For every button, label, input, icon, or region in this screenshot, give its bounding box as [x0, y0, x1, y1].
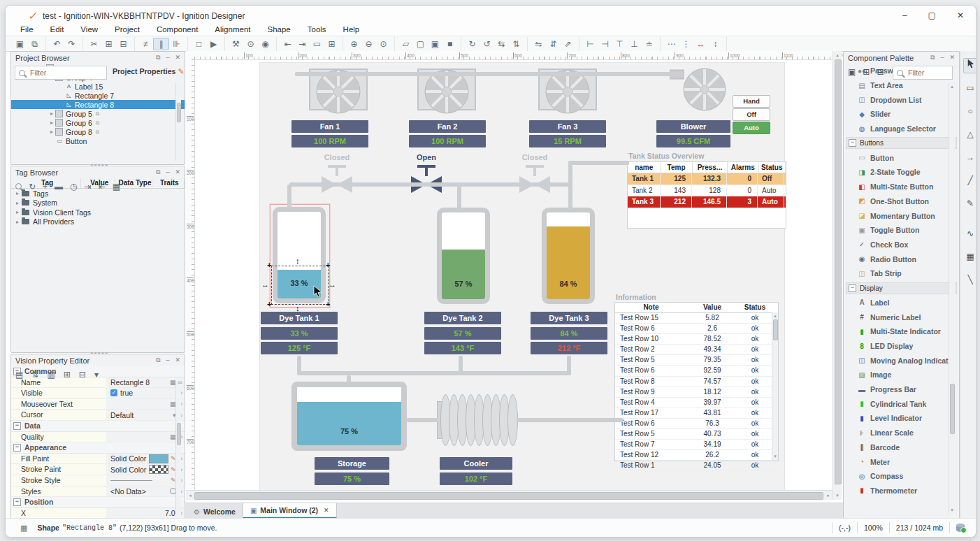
property-row-styles[interactable]: Styles<No Data>∞ [11, 486, 185, 498]
collapse-width-icon[interactable]: ⇥ [295, 38, 310, 50]
gateway-shield-icon[interactable]: ◉ [258, 38, 273, 50]
close-panel-icon[interactable]: ✕ [949, 54, 955, 62]
nudge-vertical-icon[interactable]: ⇅ [509, 38, 524, 50]
zoom-out-icon[interactable]: ⊖ [361, 38, 376, 50]
property-row-stroke-style[interactable]: Stroke Style✎∞ [11, 475, 185, 486]
dye-tank-2-label[interactable]: Dye Tank 2 [424, 312, 501, 324]
information-row[interactable]: Test Row 439.97ok [615, 398, 778, 408]
menu-project[interactable]: Project [106, 24, 148, 35]
resize-handle-w[interactable]: ↔ [261, 281, 269, 288]
palette-item-multi-state-button[interactable]: ◧Multi-State Button [844, 180, 959, 194]
hand-button[interactable]: Hand [733, 95, 770, 108]
cut-icon[interactable]: ✂ [87, 38, 101, 50]
tab-welcome[interactable]: ⚙ Welcome [187, 505, 243, 519]
off-button[interactable]: Off [733, 108, 770, 121]
scrollbar-thumb[interactable] [950, 384, 955, 434]
numeric-badge-icon[interactable]: ▥ [47, 370, 55, 380]
menu-shape[interactable]: Shape [259, 24, 298, 35]
select-arrow-tool[interactable] [963, 58, 977, 73]
anchor-icon[interactable]: ∥ [153, 38, 169, 50]
property-row-x[interactable]: X7.0∞ [11, 508, 185, 519]
connector-tool[interactable]: ∿ [963, 226, 977, 240]
bring-to-front-icon[interactable]: ■ [442, 38, 457, 50]
tank-status-row-tank-1[interactable]: Tank 1125132.30Off [628, 173, 786, 185]
copy-icon[interactable]: ⊞ [101, 38, 116, 50]
minimize-button[interactable]: – [902, 10, 907, 20]
information-row[interactable]: Test Row 1743.81ok [615, 408, 778, 419]
close-panel-icon[interactable]: ✕ [175, 356, 180, 364]
palette-item-compass[interactable]: ◎Compass [844, 469, 959, 484]
resize-handle-ne[interactable]: + [326, 261, 330, 268]
export-icon[interactable]: ⇤ [99, 182, 106, 192]
tag-folder-all-providers[interactable]: ▸All Providers [11, 217, 185, 227]
property-row-mouseover-text[interactable]: Mouseover Text▦∞ [11, 399, 185, 410]
resize-handle-e[interactable]: ↔ [329, 281, 336, 288]
column-header-name[interactable]: name [628, 162, 661, 173]
dye-tank-2-temp[interactable]: 143 °F [424, 342, 501, 354]
palette-item-barcode[interactable]: ∥Barcode [844, 440, 959, 455]
expand-arrow-icon[interactable]: ▸ [14, 200, 21, 206]
expand-arrow-icon[interactable]: ▸ [14, 209, 21, 215]
palette-item-level-indicator[interactable]: ▮Level Indicator [844, 411, 959, 426]
valve-1[interactable] [322, 165, 352, 193]
sleep-icon[interactable]: ▬ [55, 182, 63, 192]
fan-2-label[interactable]: Fan 2 [409, 120, 486, 133]
storage-value[interactable]: 75 % [315, 473, 389, 485]
collapse-section-icon[interactable]: − [13, 498, 21, 506]
valve-3[interactable] [519, 165, 550, 193]
search-icon[interactable] [15, 182, 22, 192]
project-filter[interactable] [15, 66, 107, 80]
tank-status-row-tank-3[interactable]: Tank 3212146.53Auto [628, 196, 786, 208]
palette-item-text-area[interactable]: ▤Text Area [844, 78, 959, 93]
design-canvas[interactable]: 100200300400500600700800900100011001200 … [186, 51, 841, 503]
palette-item-image[interactable]: ▨Image [844, 368, 959, 382]
palette-item-momentary-button[interactable]: ◪Momentary Button [844, 208, 959, 223]
information-row[interactable]: Test Row 124.05ok [615, 461, 778, 471]
column-header-note[interactable]: Note [615, 303, 687, 312]
auto-button[interactable]: Auto [733, 122, 770, 134]
resize-handle-se[interactable]: + [326, 301, 330, 308]
collapse-section-icon[interactable]: − [849, 139, 856, 147]
spacing-icon[interactable]: ⋯ [664, 38, 679, 50]
pen-tool[interactable]: ✎ [963, 196, 977, 210]
collapse-rows-icon[interactable]: ⊟ [79, 370, 86, 380]
dye-tank-3-label[interactable]: Dye Tank 3 [531, 312, 607, 324]
information-row[interactable]: Test Row 734.19ok [615, 440, 778, 450]
ellipse-tool[interactable]: ○ [963, 104, 977, 118]
diagnostics-icon[interactable]: ⊙ [243, 38, 258, 50]
menu-help[interactable]: Help [335, 24, 368, 35]
scrollbar-thumb[interactable] [194, 492, 823, 500]
flip-horizontal-icon[interactable]: ⇋ [531, 38, 546, 50]
column-header-data-type[interactable]: Data Type [115, 178, 152, 188]
nudge-horizontal-icon[interactable]: ⇆ [494, 38, 509, 50]
tree-node-button[interactable]: ▭Button [11, 136, 185, 145]
fill-color-swatch[interactable] [149, 454, 168, 463]
dye-tank-2-level[interactable]: 57 % [424, 327, 501, 340]
expand-width-icon[interactable]: ⇤ [280, 38, 295, 50]
scrollbar-thumb[interactable] [177, 423, 181, 445]
palette-filter-input[interactable] [907, 68, 949, 78]
cooler-label[interactable]: Cooler [440, 457, 512, 470]
checkbox-checked-icon[interactable]: ✓ [110, 389, 117, 396]
palette-item-check-box[interactable]: ✓Check Box [844, 238, 959, 252]
palette-item-led-display[interactable]: 8LED Display [844, 339, 959, 354]
expand-rows-icon[interactable]: ⊞ [64, 370, 71, 380]
project-filter-input[interactable] [29, 68, 103, 78]
palette-mode-icon[interactable]: ▣ [848, 67, 856, 77]
arrow-shape-tool[interactable]: → [963, 150, 977, 164]
information-row[interactable]: Test Row 874.57ok [615, 377, 778, 387]
distribute-horizontal-icon[interactable]: ↔ [693, 38, 708, 50]
information-row[interactable]: Test Row 676.3ok [615, 419, 778, 429]
column-header-alarms[interactable]: Alarms [728, 162, 758, 173]
preview-play-icon[interactable]: ▶ [206, 38, 221, 50]
information-row[interactable]: Test Row 692.59ok [615, 366, 778, 376]
tag-folder-system[interactable]: ▸System [11, 199, 185, 208]
information-row[interactable]: Test Row 249.34ok [615, 345, 778, 355]
tree-node-rectangle-8[interactable]: ◺Rectangle 8 [11, 100, 185, 109]
rotate-ccw-icon[interactable]: ↺ [480, 38, 494, 50]
blower-label[interactable]: Blower [656, 120, 730, 133]
valve-2[interactable] [411, 165, 442, 193]
anchor-vertical-icon[interactable]: ⊪ [169, 38, 184, 50]
dye-tank-3-level[interactable]: 84 % [531, 327, 607, 340]
palette-item-dropdown-list[interactable]: ◫Dropdown List [844, 92, 959, 107]
